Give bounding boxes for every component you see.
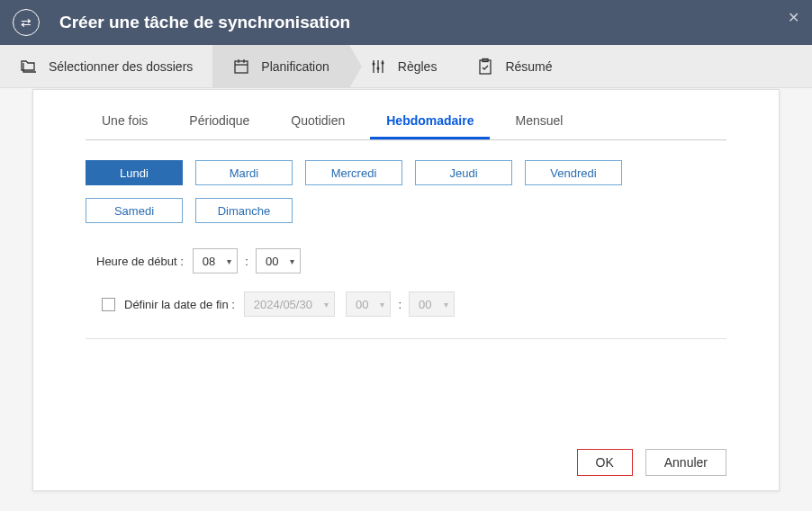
chevron-down-icon: ▾ xyxy=(290,256,294,266)
schedule-panel: Une fois Périodique Quotidien Hebdomadai… xyxy=(32,89,780,491)
svg-point-8 xyxy=(376,67,379,69)
start-time-label: Heure de début : xyxy=(96,255,184,268)
ok-button[interactable]: OK xyxy=(577,449,633,476)
chevron-down-icon: ▾ xyxy=(380,300,384,309)
sliders-icon xyxy=(369,58,387,76)
divider xyxy=(86,338,726,339)
svg-point-9 xyxy=(381,61,383,64)
wizard-step-label: Règles xyxy=(398,59,438,74)
end-date-checkbox[interactable] xyxy=(102,298,115,311)
day-tuesday[interactable]: Mardi xyxy=(195,160,293,185)
time-separator: : xyxy=(245,255,248,268)
day-thursday[interactable]: Jeudi xyxy=(415,160,512,185)
wizard-step-folders[interactable]: Sélectionner des dossiers xyxy=(0,45,212,87)
start-time-row: Heure de début : 08 ▾ : 00 ▾ xyxy=(86,248,726,273)
wizard-step-summary[interactable]: Résumé xyxy=(456,45,572,87)
dialog-footer: OK Annuler xyxy=(86,438,726,476)
chevron-down-icon: ▾ xyxy=(324,300,329,309)
day-friday[interactable]: Vendredi xyxy=(525,160,622,185)
end-minute-value: 00 xyxy=(419,298,431,311)
start-minute-value: 00 xyxy=(266,255,278,268)
tab-daily[interactable]: Quotidien xyxy=(275,106,361,139)
chevron-down-icon: ▾ xyxy=(444,300,448,309)
day-sunday[interactable]: Dimanche xyxy=(195,198,293,223)
close-button[interactable]: ✕ xyxy=(788,9,799,26)
calendar-icon xyxy=(232,58,250,76)
wizard-steps: Sélectionner des dossiers Planification … xyxy=(0,45,812,88)
end-hour-value: 00 xyxy=(356,298,368,311)
tab-weekly[interactable]: Hebdomadaire xyxy=(370,106,490,139)
svg-rect-0 xyxy=(235,61,248,73)
day-saturday[interactable]: Samedi xyxy=(86,198,183,223)
cancel-button[interactable]: Annuler xyxy=(645,449,726,476)
schedule-tabs: Une fois Périodique Quotidien Hebdomadai… xyxy=(86,106,726,140)
chevron-down-icon: ▾ xyxy=(227,256,231,266)
wizard-step-schedule[interactable]: Planification xyxy=(212,45,349,87)
tab-once[interactable]: Une fois xyxy=(86,106,164,139)
tab-periodic[interactable]: Périodique xyxy=(173,106,266,139)
wizard-step-label: Résumé xyxy=(505,59,552,74)
svg-rect-10 xyxy=(480,60,491,74)
start-hour-select[interactable]: 08 ▾ xyxy=(193,248,238,273)
folders-icon xyxy=(20,58,38,76)
day-monday[interactable]: Lundi xyxy=(86,160,183,185)
start-hour-value: 08 xyxy=(203,255,215,268)
window-header: ⇄ Créer une tâche de synchronisation ✕ xyxy=(0,0,812,45)
svg-point-7 xyxy=(372,62,374,65)
tab-monthly[interactable]: Mensuel xyxy=(499,106,579,139)
end-date-select: 2024/05/30 ▾ xyxy=(244,291,335,317)
wizard-step-rules[interactable]: Règles xyxy=(349,45,457,87)
clipboard-icon xyxy=(476,58,494,76)
start-minute-select[interactable]: 00 ▾ xyxy=(256,248,301,273)
window-title: Créer une tâche de synchronisation xyxy=(59,13,350,32)
wizard-step-label: Sélectionner des dossiers xyxy=(49,59,193,74)
end-date-row: Définir la date de fin : 2024/05/30 ▾ 00… xyxy=(86,291,726,317)
end-date-value: 2024/05/30 xyxy=(254,298,312,311)
sync-icon: ⇄ xyxy=(13,9,40,36)
weekday-selector: Lundi Mardi Mercredi Jeudi Vendredi Same… xyxy=(86,160,726,223)
day-wednesday[interactable]: Mercredi xyxy=(305,160,402,185)
wizard-step-label: Planification xyxy=(261,59,329,74)
end-minute-select: 00 ▾ xyxy=(409,291,454,317)
end-date-label: Définir la date de fin : xyxy=(124,298,235,311)
time-separator: : xyxy=(398,298,401,311)
end-hour-select: 00 ▾ xyxy=(346,291,391,317)
